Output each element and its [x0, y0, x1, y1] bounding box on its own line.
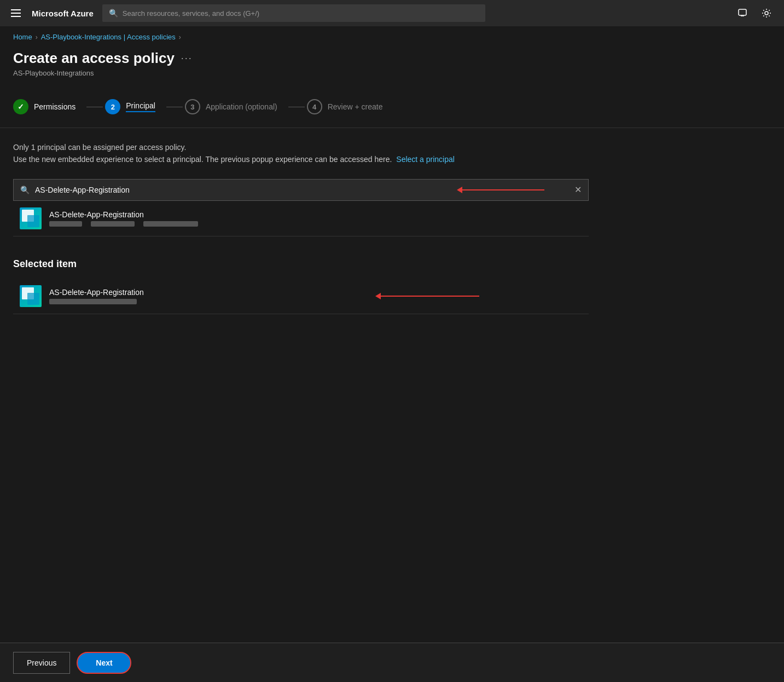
app-title: Microsoft Azure: [32, 9, 94, 18]
result-icon: [20, 207, 42, 229]
bottom-bar: Previous Next: [0, 643, 784, 682]
selected-sub: [49, 299, 582, 304]
selected-arrow-line: [381, 296, 479, 297]
search-arrow-annotation: [457, 187, 544, 193]
arrow-head: [457, 187, 462, 193]
svg-rect-0: [739, 9, 746, 15]
global-search-box[interactable]: 🔍: [102, 4, 485, 22]
wizard-step-permissions[interactable]: ✓ Permissions: [13, 95, 84, 119]
global-search-input[interactable]: [123, 9, 479, 18]
breadcrumb-parent[interactable]: AS-Playbook-Integrations | Access polici…: [41, 33, 176, 41]
step-circle-application: 3: [185, 99, 200, 114]
step-sep-3: [288, 107, 305, 107]
breadcrumb-sep-2: ›: [179, 33, 181, 41]
page-title: Create an access policy: [13, 50, 175, 67]
selected-title: Selected item: [13, 258, 589, 270]
notifications-icon[interactable]: [734, 4, 751, 22]
search-box-icon: 🔍: [20, 186, 30, 194]
search-clear-button[interactable]: ✕: [574, 184, 582, 195]
topbar: Microsoft Azure 🔍: [0, 0, 784, 26]
selected-icon: [20, 285, 42, 307]
step-circle-review: 4: [307, 99, 322, 114]
result-info: AS-Delete-App-Registration: [49, 210, 582, 227]
step-sep-2: [166, 107, 183, 107]
selected-name: AS-Delete-App-Registration: [49, 288, 582, 297]
settings-icon[interactable]: [758, 4, 775, 22]
info-text: Only 1 principal can be assigned per acc…: [13, 141, 589, 166]
search-box[interactable]: 🔍 ✕: [13, 179, 589, 201]
info-line2: Use the new embedded experience to selec…: [13, 155, 392, 164]
result-sub-2: [91, 221, 135, 227]
selected-info: AS-Delete-App-Registration: [49, 288, 582, 304]
search-result-item[interactable]: AS-Delete-App-Registration: [13, 201, 589, 236]
page-more-button[interactable]: ···: [181, 53, 193, 64]
result-sub-1: [49, 221, 82, 227]
selected-arrow-annotation: [375, 293, 479, 299]
svg-point-2: [765, 11, 768, 15]
wizard-step-principal[interactable]: 2 Principal: [105, 95, 164, 119]
selected-item: AS-Delete-App-Registration: [13, 279, 589, 314]
next-button[interactable]: Next: [77, 652, 131, 674]
search-icon: 🔍: [109, 9, 118, 18]
main-content: Only 1 principal can be assigned per acc…: [0, 128, 602, 327]
page-subtitle: AS-Playbook-Integrations: [13, 69, 771, 77]
topbar-icons: [734, 4, 775, 22]
wizard-step-review[interactable]: 4 Review + create: [307, 95, 392, 119]
selected-sub-1: [49, 299, 137, 304]
step-label-review: Review + create: [328, 102, 383, 111]
breadcrumb: Home › AS-Playbook-Integrations | Access…: [0, 26, 784, 45]
step-label-principal: Principal: [126, 101, 155, 112]
hamburger-menu[interactable]: [9, 7, 23, 19]
step-sep-1: [86, 107, 103, 107]
selected-section: Selected item AS-Delete-App-Registration: [13, 258, 589, 314]
result-sub-3: [143, 221, 198, 227]
result-name: AS-Delete-App-Registration: [49, 210, 582, 219]
breadcrumb-home[interactable]: Home: [13, 33, 32, 41]
step-label-application: Application (optional): [206, 102, 277, 111]
info-line1: Only 1 principal can be assigned per acc…: [13, 143, 186, 152]
page-title-row: Create an access policy ···: [13, 50, 771, 67]
result-sub: [49, 221, 582, 227]
previous-button[interactable]: Previous: [13, 652, 70, 674]
breadcrumb-sep-1: ›: [36, 33, 38, 41]
arrow-line: [462, 189, 544, 190]
step-label-permissions: Permissions: [34, 102, 76, 111]
step-circle-principal: 2: [105, 99, 120, 114]
selected-arrow-head: [375, 293, 381, 299]
step-circle-permissions: ✓: [13, 99, 28, 114]
wizard-steps: ✓ Permissions 2 Principal 3 Application …: [0, 86, 784, 128]
search-wrapper: 🔍 ✕ AS-Delete-App-Registration: [13, 179, 589, 236]
select-principal-link[interactable]: Select a principal: [396, 155, 455, 164]
wizard-step-application[interactable]: 3 Application (optional): [185, 95, 286, 119]
page-header: Create an access policy ··· AS-Playbook-…: [0, 45, 784, 86]
